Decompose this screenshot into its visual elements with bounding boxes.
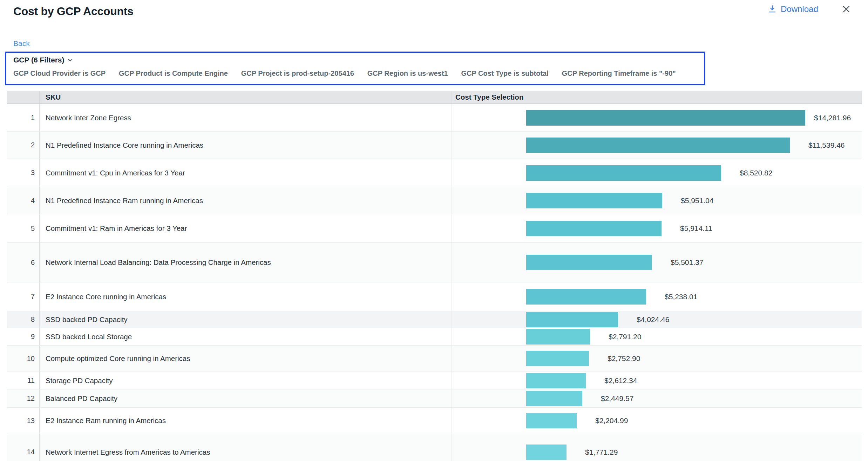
page-title: Cost by GCP Accounts (13, 5, 134, 18)
download-icon (768, 5, 777, 14)
row-sku: N1 Predefined Instance Ram running in Am… (40, 187, 452, 214)
filter-item: GCP Reporting Timeframe is "-90" (562, 69, 676, 78)
table-row[interactable]: 8SSD backed PD Capacity$4,024.46 (7, 311, 862, 328)
cost-value: $1,771.29 (585, 448, 618, 456)
cost-bar (526, 138, 790, 153)
row-bar-cell: $2,449.57 (452, 389, 862, 407)
row-bar-cell: $5,501.37 (452, 243, 862, 282)
cost-bar (526, 445, 567, 460)
row-rank: 10 (7, 346, 40, 372)
download-label: Download (781, 4, 818, 14)
table-row[interactable]: 3Commitment v1: Cpu in Americas for 3 Ye… (7, 159, 862, 187)
table-row[interactable]: 4N1 Predefined Instance Ram running in A… (7, 187, 862, 214)
row-bar-cell: $2,204.99 (452, 408, 862, 434)
filter-item: GCP Cost Type is subtotal (461, 69, 548, 78)
table-row[interactable]: 5Commitment v1: Ram in Americas for 3 Ye… (7, 214, 862, 243)
cost-bar (526, 351, 589, 366)
row-sku: E2 Instance Core running in Americas (40, 282, 452, 311)
cost-value: $14,281.96 (814, 114, 851, 122)
row-sku: E2 Instance Ram running in Americas (40, 408, 452, 434)
row-sku: SSD backed PD Capacity (40, 311, 452, 328)
filter-item: GCP Product is Compute Engine (119, 69, 228, 78)
cost-value: $2,449.57 (601, 394, 633, 403)
table-row[interactable]: 10Compute optimized Core running in Amer… (7, 346, 862, 372)
cost-value: $2,612.34 (604, 376, 637, 385)
download-button[interactable]: Download (768, 4, 818, 14)
cost-bar (526, 289, 646, 305)
row-bar-cell: $11,539.46 (452, 132, 862, 159)
row-bar-cell: $14,281.96 (452, 104, 862, 131)
row-bar-cell: $2,752.90 (452, 346, 862, 372)
row-bar-cell: $1,771.29 (452, 434, 862, 461)
cost-value: $11,539.46 (808, 141, 845, 149)
table-row[interactable]: 1Network Inter Zone Egress$14,281.96 (7, 104, 862, 132)
cost-bar (526, 193, 662, 208)
cost-bar (526, 329, 590, 345)
row-sku: Commitment v1: Ram in Americas for 3 Yea… (40, 214, 452, 242)
row-rank: 5 (7, 214, 40, 242)
cost-bar (526, 110, 805, 126)
row-rank: 13 (7, 408, 40, 434)
cost-value: $4,024.46 (637, 315, 669, 324)
row-bar-cell: $2,612.34 (452, 372, 862, 389)
row-rank: 12 (7, 389, 40, 407)
table-row[interactable]: 2N1 Predefined Instance Core running in … (7, 132, 862, 159)
cost-value: $8,520.82 (740, 169, 772, 177)
row-rank: 3 (7, 159, 40, 187)
row-rank: 14 (7, 434, 40, 461)
row-sku: Commitment v1: Cpu in Americas for 3 Yea… (40, 159, 452, 187)
table-row[interactable]: 7E2 Instance Core running in Americas$5,… (7, 282, 862, 311)
filter-item: GCP Cloud Provider is GCP (13, 69, 106, 78)
row-rank: 4 (7, 187, 40, 214)
row-sku: Network Internal Load Balancing: Data Pr… (40, 243, 452, 282)
row-rank: 11 (7, 372, 40, 389)
table-row[interactable]: 11Storage PD Capacity$2,612.34 (7, 372, 862, 389)
header-rank-column (7, 91, 40, 103)
table-row[interactable]: 13E2 Instance Ram running in Americas$2,… (7, 408, 862, 434)
row-rank: 8 (7, 311, 40, 328)
cost-bar (526, 373, 586, 388)
row-sku: Network Internet Egress from Americas to… (40, 434, 452, 461)
cost-bar (526, 312, 618, 327)
row-bar-cell: $5,238.01 (452, 282, 862, 311)
cost-value: $5,951.04 (681, 196, 713, 205)
row-sku: Network Inter Zone Egress (40, 104, 452, 131)
row-sku: Storage PD Capacity (40, 372, 452, 389)
cost-value: $5,914.11 (680, 224, 712, 233)
cost-value: $5,501.37 (671, 258, 703, 267)
cost-bar (526, 255, 652, 270)
filter-list: GCP Cloud Provider is GCPGCP Product is … (13, 69, 697, 78)
close-icon[interactable] (841, 4, 852, 15)
row-bar-cell: $5,914.11 (452, 214, 862, 242)
row-rank: 7 (7, 282, 40, 311)
cost-value: $2,204.99 (595, 416, 628, 425)
row-rank: 1 (7, 104, 40, 131)
table-row[interactable]: 12Balanced PD Capacity$2,449.57 (7, 389, 862, 408)
back-link[interactable]: Back (13, 39, 30, 48)
header-sku: SKU (40, 91, 452, 103)
cost-bar (526, 221, 662, 236)
row-sku: SSD backed Local Storage (40, 328, 452, 345)
row-bar-cell: $2,791.20 (452, 328, 862, 345)
cost-bar (526, 391, 582, 406)
cost-bar (526, 165, 721, 181)
row-sku: N1 Predefined Instance Core running in A… (40, 132, 452, 159)
filter-group-dropdown[interactable]: GCP (6 Filters) (13, 56, 697, 64)
table-row[interactable]: 9SSD backed Local Storage$2,791.20 (7, 328, 862, 346)
table-row[interactable]: 14Network Internet Egress from Americas … (7, 434, 862, 461)
cost-value: $2,791.20 (609, 333, 641, 341)
table-row[interactable]: 6Network Internal Load Balancing: Data P… (7, 243, 862, 282)
cost-table: SKU Cost Type Selection 1Network Inter Z… (7, 91, 862, 461)
row-rank: 6 (7, 243, 40, 282)
row-bar-cell: $8,520.82 (452, 159, 862, 187)
cost-value: $2,752.90 (608, 354, 640, 363)
filter-group-label: GCP (6 Filters) (13, 56, 64, 64)
row-bar-cell: $5,951.04 (452, 187, 862, 214)
filter-item: GCP Region is us-west1 (367, 69, 448, 78)
filter-box: GCP (6 Filters) GCP Cloud Provider is GC… (5, 52, 705, 85)
cost-bar (526, 413, 577, 428)
cost-report-panel: Cost by GCP Accounts Download Back GCP (… (0, 0, 868, 461)
row-sku: Balanced PD Capacity (40, 389, 452, 407)
table-body: 1Network Inter Zone Egress$14,281.962N1 … (7, 104, 862, 461)
row-rank: 9 (7, 328, 40, 345)
